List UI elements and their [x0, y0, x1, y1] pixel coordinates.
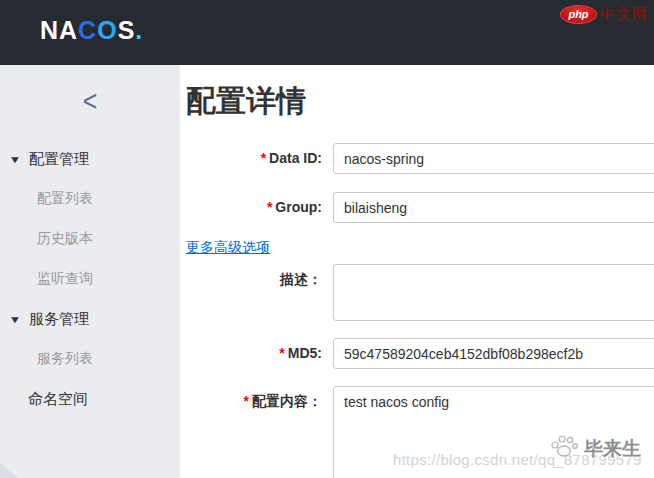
config-content-textarea[interactable]: test nacos config [333, 386, 654, 478]
group-input[interactable] [333, 192, 654, 223]
logo-text-na: NA [40, 16, 78, 44]
required-marker: * [279, 345, 284, 361]
logo-text-o: O [97, 16, 117, 44]
sidebar-item-label: 监听查询 [37, 270, 93, 288]
config-content-label: *配置内容： [180, 386, 322, 409]
required-marker: * [244, 393, 249, 409]
top-header: NACOS. php 中文网 [0, 0, 654, 65]
md5-label: *MD5: [180, 338, 322, 361]
caret-down-icon: ▼ [9, 154, 22, 165]
nacos-logo: NACOS. [40, 18, 143, 43]
sidebar-item-label: 服务管理 [29, 310, 89, 329]
group-label: *Group: [180, 192, 322, 215]
sidebar-item-listening-query[interactable]: 监听查询 [0, 259, 180, 299]
required-marker: * [267, 199, 272, 215]
php-cn-label: 中文网 [600, 5, 648, 24]
logo-text-dot: . [135, 16, 143, 44]
md5-input[interactable] [333, 338, 654, 369]
sidebar: < ▼ 配置管理 配置列表 历史版本 监听查询 ▼ 服务管理 服务列表 [0, 65, 180, 478]
description-row: 描述： [180, 264, 654, 321]
data-id-row: *Data ID: [180, 143, 654, 174]
sidebar-item-label: 配置列表 [37, 190, 93, 208]
sidebar-item-service-list[interactable]: 服务列表 [0, 339, 180, 379]
main-content: 配置详情 *Data ID: *Group: 更多高级选项 [180, 65, 654, 478]
sidebar-item-label: 服务列表 [37, 350, 93, 368]
description-textarea[interactable] [333, 264, 654, 321]
caret-down-icon: ▼ [9, 314, 22, 325]
sidebar-item-label: 历史版本 [37, 230, 93, 248]
sidebar-collapse-button[interactable]: < [0, 85, 180, 118]
app-window: NACOS. php 中文网 < ▼ 配置管理 配置列表 历史版本 监听查询 ▼ [0, 0, 654, 478]
sidebar-item-label: 配置管理 [29, 150, 89, 169]
logo-text-s: S [118, 16, 136, 44]
more-advanced-options-link[interactable]: 更多高级选项 [186, 239, 270, 255]
sidebar-nav: ▼ 配置管理 配置列表 历史版本 监听查询 ▼ 服务管理 服务列表 命名空间 [0, 139, 180, 419]
sidebar-item-service-management[interactable]: ▼ 服务管理 [0, 299, 180, 339]
corner-decoration [0, 463, 18, 478]
logo-text-c: C [78, 16, 97, 44]
sidebar-item-history-versions[interactable]: 历史版本 [0, 219, 180, 259]
php-logo-icon: php [560, 5, 597, 24]
required-marker: * [261, 150, 266, 166]
config-content-row: *配置内容： test nacos config [180, 386, 654, 478]
config-detail-form: *Data ID: *Group: 更多高级选项 描述： [180, 143, 654, 478]
page-title: 配置详情 [186, 83, 654, 119]
php-cn-watermark-badge: php 中文网 [560, 5, 648, 24]
data-id-label: *Data ID: [180, 143, 322, 166]
sidebar-item-label: 命名空间 [28, 390, 88, 409]
sidebar-item-config-management[interactable]: ▼ 配置管理 [0, 139, 180, 179]
description-label: 描述： [180, 264, 322, 287]
group-row: *Group: [180, 192, 654, 223]
md5-row: *MD5: [180, 338, 654, 369]
sidebar-item-namespace[interactable]: 命名空间 [0, 379, 180, 419]
sidebar-item-config-list[interactable]: 配置列表 [0, 179, 180, 219]
data-id-input[interactable] [333, 143, 654, 174]
